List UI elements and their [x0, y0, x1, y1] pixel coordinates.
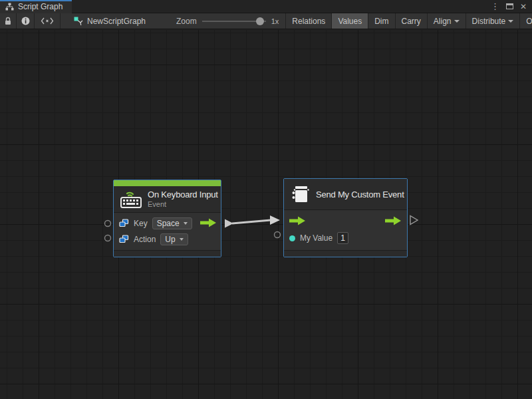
dropdown-caret-icon [508, 20, 513, 23]
value-port-dot [289, 235, 295, 241]
connection-wire[interactable] [225, 215, 280, 228]
port-row-action: Action Up [119, 232, 215, 246]
port-label-action: Action [134, 235, 156, 244]
keyboard-icon [120, 190, 142, 208]
toolbar-button-values[interactable]: Values [332, 13, 368, 29]
zoom-slider[interactable] [202, 17, 266, 26]
graph-toolbar: NewScriptGraph Zoom 1x Relations Values … [0, 13, 532, 29]
node-footer [114, 250, 221, 257]
literal-icon [119, 235, 129, 243]
connections-overlay [0, 30, 532, 399]
toolbar-center: NewScriptGraph Zoom 1x [61, 13, 286, 29]
zoom-control: Zoom 1x [176, 17, 279, 26]
graph-canvas[interactable]: On Keyboard Input Event Key Space [0, 30, 532, 399]
flow-output-arrow-icon[interactable] [385, 216, 402, 225]
key-port-circle[interactable] [105, 221, 111, 227]
action-dropdown[interactable]: Up [160, 233, 188, 245]
custom-event-icon [291, 184, 311, 204]
window-tab-bar: Script Graph ⋮ ✕ [0, 0, 532, 13]
toolbar-button-relations[interactable]: Relations [286, 13, 332, 29]
key-dropdown[interactable]: Space [152, 217, 192, 229]
my-value-port-circle[interactable] [275, 232, 281, 238]
node-send-my-custom-event[interactable]: Send My Custom Event My Value 1 [283, 178, 408, 257]
tab-script-graph[interactable]: Script Graph [0, 0, 72, 13]
tab-focus-accent [0, 0, 72, 1]
flow-row [289, 213, 402, 228]
event-accent-bar [114, 180, 221, 186]
maximize-icon[interactable] [506, 3, 513, 9]
node-subtitle: Event [148, 200, 218, 208]
my-value-input[interactable]: 1 [337, 232, 348, 244]
script-graph-asset-icon [74, 17, 83, 26]
info-button[interactable] [17, 13, 35, 29]
node-on-keyboard-input[interactable]: On Keyboard Input Event Key Space [113, 180, 221, 257]
window-controls: ⋮ ✕ [485, 0, 532, 13]
toolbar-button-align[interactable]: Align [428, 13, 466, 29]
flow-input-arrow-icon[interactable] [289, 216, 306, 225]
node-header: On Keyboard Input Event [114, 186, 221, 213]
tab-title: Script Graph [18, 2, 63, 11]
flow-continue-triangle[interactable] [410, 216, 418, 225]
action-port-circle[interactable] [105, 235, 111, 241]
zoom-label: Zoom [176, 17, 197, 26]
tab-bar-empty [72, 0, 485, 13]
dropdown-caret-icon [454, 20, 460, 23]
toolbar-button-distribute[interactable]: Distribute [466, 13, 521, 29]
node-header-text: On Keyboard Input Event [148, 190, 218, 208]
script-graph-tab-icon [5, 3, 14, 11]
node-title: Send My Custom Event [316, 190, 404, 200]
node-header: Send My Custom Event [284, 179, 407, 210]
lock-button[interactable] [0, 13, 17, 29]
port-row-my-value: My Value 1 [289, 230, 402, 246]
code-view-button[interactable] [35, 13, 61, 29]
code-icon [41, 17, 54, 25]
port-label-my-value: My Value [300, 233, 332, 243]
toolbar-button-overview[interactable]: Overview [520, 13, 532, 29]
wire-line [232, 220, 271, 223]
window-menu-icon[interactable]: ⋮ [491, 2, 499, 11]
zoom-value: 1x [271, 17, 279, 25]
dropdown-caret-icon [184, 222, 188, 225]
lock-icon [4, 17, 12, 25]
node-body: Key Space Action Up [114, 213, 221, 250]
flow-output-arrow-icon[interactable] [200, 218, 217, 227]
node-footer [284, 250, 407, 257]
node-body: My Value 1 [284, 210, 407, 250]
node-title: On Keyboard Input [148, 190, 218, 200]
toolbar-button-dim[interactable]: Dim [368, 13, 395, 29]
literal-icon [119, 219, 129, 227]
toolbar-button-carry[interactable]: Carry [396, 13, 428, 29]
wire-arrowhead [270, 215, 280, 225]
info-icon [21, 17, 30, 25]
zoom-slider-handle[interactable] [256, 17, 264, 25]
flow-start-triangle [225, 219, 233, 228]
close-icon[interactable]: ✕ [520, 3, 527, 11]
dropdown-caret-icon [180, 238, 184, 241]
port-label-key: Key [134, 219, 148, 228]
graph-name-label: NewScriptGraph [87, 17, 146, 26]
graph-name-button[interactable]: NewScriptGraph [67, 17, 152, 26]
